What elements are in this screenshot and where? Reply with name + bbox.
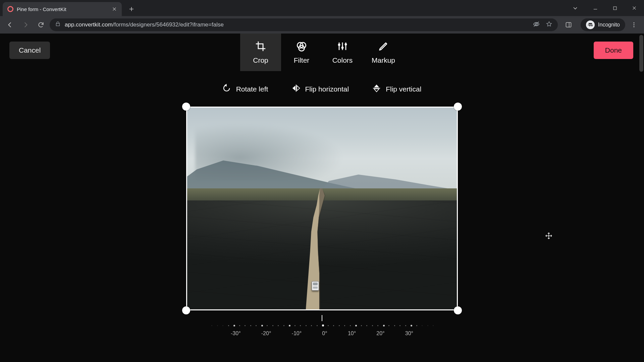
rotate-left-icon: [223, 84, 231, 94]
ruler-label: -20°: [261, 330, 271, 337]
window-minimize-button[interactable]: [586, 1, 605, 15]
svg-point-9: [338, 44, 340, 46]
favicon-icon: [7, 6, 13, 12]
tab-label: Markup: [372, 56, 395, 64]
lock-icon: [55, 21, 61, 28]
cancel-button[interactable]: Cancel: [9, 42, 50, 59]
browser-toolbar: app.convertkit.com/forms/designers/56469…: [0, 16, 644, 34]
svg-point-10: [341, 46, 344, 49]
move-cursor-icon: [545, 232, 552, 241]
window-maximize-button[interactable]: [605, 1, 625, 15]
markup-icon: [378, 41, 389, 54]
new-tab-button[interactable]: [126, 3, 137, 15]
rotation-ruler[interactable]: -30°-20°-10°0°10°20°30°: [211, 315, 433, 337]
nav-back-button[interactable]: [3, 18, 17, 32]
tab-crop[interactable]: Crop: [240, 34, 281, 71]
transform-label: Rotate left: [236, 85, 268, 93]
crop-handle-bottom-left[interactable]: [182, 306, 190, 314]
ruler-label: 30°: [405, 330, 413, 337]
tab-label: Colors: [332, 56, 353, 64]
image-editor: Cancel Done Crop Filter Colors Markup: [0, 34, 644, 362]
tab-colors[interactable]: Colors: [322, 34, 363, 71]
crop-handle-top-right[interactable]: [454, 103, 462, 111]
flip-vertical-icon: [372, 84, 381, 94]
tab-label: Filter: [294, 56, 310, 64]
svg-point-5: [634, 26, 635, 27]
crop-handle-bottom-right[interactable]: [454, 306, 462, 314]
tab-search-button[interactable]: [568, 1, 582, 15]
ruler-label: 10°: [348, 330, 356, 337]
ruler-label: 0°: [322, 330, 327, 337]
svg-point-11: [345, 43, 347, 45]
transform-label: Flip vertical: [386, 85, 421, 93]
ruler-label: -10°: [292, 330, 302, 337]
ruler-label: -30°: [231, 330, 241, 337]
nav-forward-button[interactable]: [19, 18, 32, 32]
bookmark-star-icon[interactable]: [546, 21, 552, 29]
svg-point-4: [634, 24, 635, 25]
incognito-icon: [586, 20, 595, 29]
tracking-blocked-icon[interactable]: [533, 21, 540, 29]
rotate-left-button[interactable]: Rotate left: [223, 84, 268, 94]
crop-frame[interactable]: [186, 107, 458, 310]
transform-label: Flip horizontal: [305, 85, 349, 93]
browser-menu-button[interactable]: [627, 18, 641, 32]
mode-tabs: Crop Filter Colors Markup: [240, 34, 404, 71]
flip-horizontal-icon: [291, 84, 300, 94]
incognito-chip[interactable]: Incognito: [581, 18, 625, 31]
browser-tab[interactable]: Pine form - ConvertKit: [3, 2, 122, 16]
browser-titlebar: Pine form - ConvertKit: [0, 0, 644, 16]
tab-title: Pine form - ConvertKit: [17, 6, 108, 12]
ruler-labels: -30°-20°-10°0°10°20°30°: [211, 330, 433, 337]
svg-point-3: [634, 22, 635, 23]
crop-stage[interactable]: [186, 107, 458, 310]
side-panel-button[interactable]: [562, 18, 575, 32]
transform-actions: Rotate left Flip horizontal Flip vertica…: [223, 84, 422, 94]
flip-vertical-button[interactable]: Flip vertical: [372, 84, 421, 94]
vertical-scrollbar[interactable]: [639, 35, 643, 72]
colors-icon: [337, 41, 348, 54]
done-button[interactable]: Done: [594, 42, 633, 59]
window-close-button[interactable]: [625, 1, 644, 15]
image-subject-car: [312, 281, 319, 291]
crop-icon: [255, 41, 266, 54]
ruler-track[interactable]: [211, 323, 433, 328]
ruler-label: 20°: [376, 330, 384, 337]
incognito-label: Incognito: [598, 22, 620, 28]
address-bar[interactable]: app.convertkit.com/forms/designers/56469…: [50, 18, 558, 31]
tab-label: Crop: [253, 56, 268, 64]
filter-icon: [296, 41, 307, 54]
svg-rect-2: [566, 22, 571, 27]
crop-handle-top-left[interactable]: [182, 103, 190, 111]
tab-filter[interactable]: Filter: [281, 34, 322, 71]
close-tab-button[interactable]: [112, 6, 117, 12]
ruler-pointer-icon: [322, 315, 322, 321]
svg-rect-0: [613, 7, 616, 10]
flip-horizontal-button[interactable]: Flip horizontal: [291, 84, 349, 94]
tab-markup[interactable]: Markup: [363, 34, 404, 71]
url-text: app.convertkit.com/forms/designers/56469…: [65, 21, 224, 28]
nav-reload-button[interactable]: [34, 18, 48, 32]
